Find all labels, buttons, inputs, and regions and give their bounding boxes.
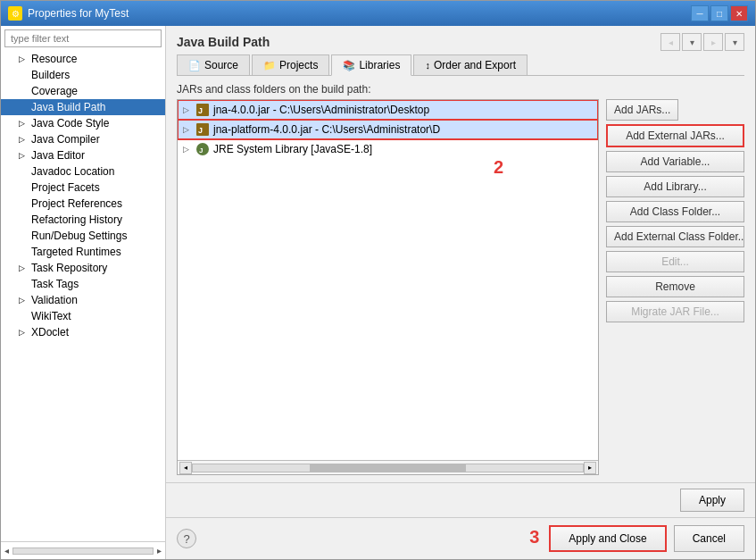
tab-projects[interactable]: 📁 Projects (252, 54, 329, 75)
filter-input[interactable] (4, 29, 162, 47)
panel-title: Java Build Path (177, 35, 270, 49)
apply-and-close-button[interactable]: Apply and Close (549, 525, 666, 552)
sidebar-item-java-code-style[interactable]: ▷Java Code Style (1, 115, 165, 131)
sidebar-item-task-repository[interactable]: ▷Task Repository (1, 260, 165, 276)
sidebar-item-xdoclet[interactable]: ▷XDoclet (1, 324, 165, 340)
sidebar-item-javadoc-location[interactable]: Javadoc Location (1, 163, 165, 180)
tabs-bar: 📄 Source 📁 Projects 📚 Libraries ↕ Order … (177, 54, 744, 76)
expand-arrow: ▷ (19, 151, 28, 160)
footer-right: 3 Apply and Close Cancel (549, 525, 744, 552)
projects-tab-icon: 📁 (263, 60, 276, 71)
jar-icon: J (195, 103, 210, 117)
close-button[interactable]: ✕ (730, 5, 748, 21)
add-external-class-folder-button[interactable]: Add External Class Folder... (606, 226, 744, 247)
tab-projects-label: Projects (279, 59, 318, 71)
apply-button[interactable]: Apply (680, 489, 744, 512)
sidebar-scrollbar[interactable]: ◂ ▸ (1, 546, 165, 556)
source-tab-icon: 📄 (188, 60, 201, 71)
jre-icon: J (195, 142, 210, 156)
annotation-2: 2 (494, 157, 503, 178)
sidebar-item-java-editor[interactable]: ▷Java Editor (1, 147, 165, 163)
file-name: jna-4.0.0.jar - C:\Users\Administrator\D… (213, 104, 429, 116)
annotation-3-label: 3 (529, 527, 539, 547)
maximize-button[interactable]: □ (710, 5, 728, 21)
tab-libraries[interactable]: 📚 Libraries (331, 54, 411, 76)
sidebar-item-java-compiler[interactable]: ▷Java Compiler (1, 131, 165, 147)
sidebar-item-run-debug-settings[interactable]: Run/Debug Settings (1, 228, 165, 244)
expand-arrow: ▷ (19, 54, 28, 63)
sidebar-tree: ▷Resource Builders Coverage Java Build P… (1, 51, 165, 541)
action-buttons: Add JARs... 1 Add External JARs... Add V… (606, 99, 744, 475)
expand-arrow: ▷ (19, 263, 28, 272)
hscroll-left[interactable]: ◂ (179, 462, 192, 474)
file-name: jna-platform-4.0.0.jar - C:\Users\Admini… (213, 123, 440, 136)
remove-button[interactable]: Remove (606, 276, 744, 297)
list-item[interactable]: ▷ J JRE System Library [JavaSE-1.8] (178, 139, 598, 159)
sidebar-item-wikitext[interactable]: WikiText (1, 308, 165, 324)
help-button[interactable]: ? (177, 529, 196, 548)
sidebar-item-java-build-path[interactable]: Java Build Path (1, 99, 165, 115)
libraries-tab-icon: 📚 (343, 60, 355, 71)
add-class-folder-button[interactable]: Add Class Folder... (606, 201, 744, 222)
minimize-button[interactable]: ─ (691, 5, 709, 21)
tab-libraries-label: Libraries (359, 59, 400, 71)
sidebar-scroll-bottom: ◂ ▸ (1, 541, 165, 559)
nav-forward-dropdown-button[interactable]: ▾ (725, 33, 744, 51)
add-jars-button[interactable]: Add JARs... (606, 99, 678, 121)
jars-label: JARs and class folders on the build path… (177, 83, 744, 96)
hscroll-track[interactable] (192, 464, 584, 472)
titlebar: ⚙ Properties for MyTest ─ □ ✕ (1, 1, 755, 26)
list-item[interactable]: ▷ J jna-platform-4.0.0.jar - C:\Users\Ad… (178, 120, 598, 139)
sidebar-item-targeted-runtimes[interactable]: Targeted Runtimes (1, 244, 165, 260)
sidebar-item-task-tags[interactable]: Task Tags (1, 276, 165, 292)
sidebar-item-project-facets[interactable]: Project Facets (1, 180, 165, 196)
sidebar-item-resource[interactable]: ▷Resource (1, 51, 165, 67)
nav-forward-button[interactable]: ▸ (703, 33, 723, 51)
expand-arrow: ▷ (19, 135, 28, 144)
scroll-track[interactable] (12, 547, 154, 555)
tab-order-export[interactable]: ↕ Order and Export (413, 54, 528, 75)
sidebar-item-coverage[interactable]: Coverage (1, 83, 165, 99)
main-header: Java Build Path ◂ ▾ ▸ ▾ (166, 26, 755, 54)
footer-bar: ? 3 Apply and Close Cancel (166, 517, 755, 559)
hscroll-thumb (310, 464, 466, 472)
add-external-jars-button[interactable]: Add External JARs... (606, 124, 744, 147)
sidebar-item-validation[interactable]: ▷Validation (1, 292, 165, 308)
scroll-left-arrow[interactable]: ◂ (4, 546, 9, 556)
migrate-jar-button[interactable]: Migrate JAR File... (606, 301, 744, 322)
svg-text:J: J (198, 126, 203, 135)
properties-window: ⚙ Properties for MyTest ─ □ ✕ ▷Resource … (0, 0, 756, 560)
expand-arrow: ▷ (19, 296, 28, 305)
edit-button[interactable]: Edit... (606, 251, 744, 272)
window-title: Properties for MyTest (28, 7, 129, 20)
hscroll-right[interactable]: ▸ (584, 462, 596, 474)
nav-dropdown-button[interactable]: ▾ (682, 33, 702, 51)
sidebar-item-project-references[interactable]: Project References (1, 196, 165, 212)
main-content: ▷Resource Builders Coverage Java Build P… (1, 26, 755, 559)
sidebar-item-refactoring-history[interactable]: Refactoring History (1, 212, 165, 228)
build-path-area: ▷ J jna-4.0.0.jar - C:\Users\Administrat… (177, 99, 744, 475)
main-panel: Java Build Path ◂ ▾ ▸ ▾ 📄 Source 📁 Proje… (166, 26, 755, 559)
scroll-right-arrow[interactable]: ▸ (157, 546, 162, 556)
expand-arrow: ▷ (19, 119, 28, 128)
main-body: JARs and class folders on the build path… (166, 76, 755, 482)
item-arrow: ▷ (183, 145, 192, 154)
item-arrow: ▷ (183, 105, 192, 114)
add-library-button[interactable]: Add Library... (606, 176, 744, 197)
svg-text:J: J (198, 106, 203, 115)
file-list-scrollbar[interactable]: ◂ ▸ (178, 460, 598, 474)
add-variable-button[interactable]: Add Variable... (606, 151, 744, 172)
window-icon: ⚙ (8, 6, 22, 21)
nav-back-button[interactable]: ◂ (660, 33, 680, 51)
tab-order-export-label: Order and Export (434, 59, 516, 71)
list-item[interactable]: ▷ J jna-4.0.0.jar - C:\Users\Administrat… (178, 100, 598, 120)
file-name: JRE System Library [JavaSE-1.8] (213, 143, 372, 155)
tab-source[interactable]: 📄 Source (177, 54, 250, 75)
window-controls: ─ □ ✕ (691, 5, 748, 21)
expand-arrow: ▷ (19, 328, 28, 337)
titlebar-left: ⚙ Properties for MyTest (8, 6, 129, 21)
sidebar-item-builders[interactable]: Builders (1, 67, 165, 83)
cancel-button[interactable]: Cancel (674, 525, 744, 552)
file-list-container: ▷ J jna-4.0.0.jar - C:\Users\Administrat… (177, 99, 599, 475)
file-list: ▷ J jna-4.0.0.jar - C:\Users\Administrat… (178, 100, 598, 460)
